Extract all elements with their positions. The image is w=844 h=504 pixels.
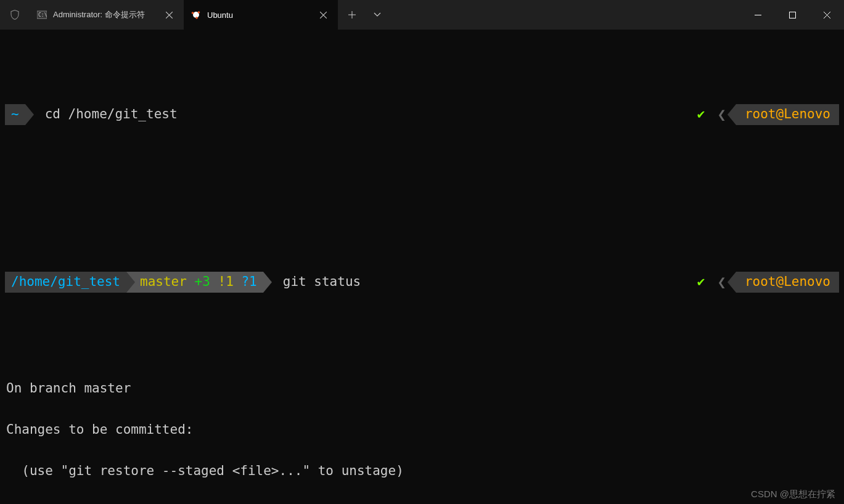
window-controls [740, 0, 844, 30]
maximize-button[interactable] [775, 0, 809, 30]
check-icon: ✔ [691, 104, 714, 125]
prompt-line-2: /home/git_test master +3 !1 ?1 git statu… [5, 270, 839, 294]
ubuntu-icon [191, 10, 201, 20]
chevron-right-icon [25, 104, 34, 125]
output-line: On branch master [6, 378, 839, 399]
chevron-left-icon: ❮ [713, 103, 727, 126]
tab-label: Administrator: 命令提示符 [53, 9, 145, 20]
terminal-viewport[interactable]: ~ cd /home/git_test ✔ ❮ root@Lenovo /hom… [0, 30, 844, 504]
command-text: git status [272, 272, 361, 293]
shield-icon [0, 0, 30, 30]
check-icon: ✔ [691, 272, 714, 293]
chevron-right-icon [263, 272, 272, 293]
chevron-left-icon [727, 104, 736, 125]
chevron-right-icon [126, 272, 135, 293]
titlebar: C:\ Administrator: 命令提示符 Ubuntu [0, 0, 844, 30]
tab-cmd[interactable]: C:\ Administrator: 命令提示符 [30, 0, 184, 30]
cmd-icon: C:\ [37, 10, 47, 20]
svg-text:C:\: C:\ [38, 12, 47, 18]
prompt-git: master +3 !1 ?1 [126, 272, 263, 293]
new-tab-button[interactable] [338, 0, 366, 30]
output-line: Changes to be committed: [6, 420, 839, 441]
tab-dropdown[interactable] [366, 0, 388, 30]
prompt-path: /home/git_test [5, 272, 126, 293]
chevron-left-icon: ❮ [713, 270, 727, 294]
command-text: cd /home/git_test [34, 104, 178, 125]
close-icon[interactable] [318, 10, 328, 20]
prompt-user: root@Lenovo [736, 104, 839, 125]
output-line: (use "git restore --staged <file>..." to… [6, 461, 839, 482]
svg-point-7 [198, 11, 200, 14]
close-button[interactable] [809, 0, 844, 30]
prompt-dir: ~ [5, 104, 25, 125]
close-icon[interactable] [164, 10, 174, 20]
tab-ubuntu[interactable]: Ubuntu [184, 0, 338, 30]
svg-point-6 [195, 17, 198, 19]
prompt-line-1: ~ cd /home/git_test ✔ ❮ root@Lenovo [5, 103, 839, 126]
watermark: CSDN @思想在拧紧 [751, 489, 835, 500]
git-status-output: On branch master Changes to be committed… [5, 357, 839, 504]
svg-point-5 [192, 12, 194, 14]
tab-label: Ubuntu [207, 10, 233, 20]
prompt-user: root@Lenovo [736, 272, 839, 293]
minimize-button[interactable] [740, 0, 775, 30]
chevron-left-icon [727, 272, 736, 293]
svg-rect-13 [789, 12, 795, 18]
